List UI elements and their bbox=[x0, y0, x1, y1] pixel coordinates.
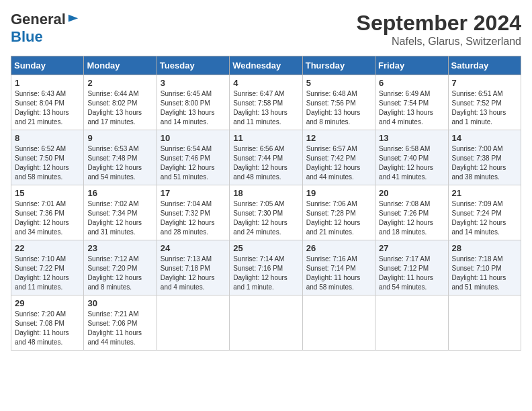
day-info: Sunrise: 6:53 AM Sunset: 7:48 PM Dayligh… bbox=[87, 144, 152, 182]
title-area: September 2024 Nafels, Glarus, Switzerla… bbox=[357, 11, 521, 48]
calendar-cell: 16Sunrise: 7:02 AM Sunset: 7:34 PM Dayli… bbox=[84, 185, 157, 240]
day-info: Sunrise: 6:51 AM Sunset: 7:52 PM Dayligh… bbox=[452, 89, 517, 127]
month-title: September 2024 bbox=[357, 11, 521, 36]
day-number: 29 bbox=[15, 298, 80, 308]
day-number: 22 bbox=[15, 243, 80, 253]
calendar-cell: 9Sunrise: 6:53 AM Sunset: 7:48 PM Daylig… bbox=[84, 130, 157, 185]
day-info: Sunrise: 7:01 AM Sunset: 7:36 PM Dayligh… bbox=[15, 199, 80, 237]
calendar-cell: 17Sunrise: 7:04 AM Sunset: 7:32 PM Dayli… bbox=[157, 185, 229, 240]
day-number: 26 bbox=[306, 243, 371, 253]
calendar-cell: 21Sunrise: 7:09 AM Sunset: 7:24 PM Dayli… bbox=[448, 185, 521, 240]
day-info: Sunrise: 7:21 AM Sunset: 7:06 PM Dayligh… bbox=[87, 310, 152, 347]
day-info: Sunrise: 7:09 AM Sunset: 7:24 PM Dayligh… bbox=[452, 199, 517, 237]
day-header-sunday: Sunday bbox=[11, 56, 84, 75]
location-title: Nafels, Glarus, Switzerland bbox=[357, 36, 521, 48]
calendar-cell: 19Sunrise: 7:06 AM Sunset: 7:28 PM Dayli… bbox=[302, 185, 375, 240]
day-info: Sunrise: 6:57 AM Sunset: 7:42 PM Dayligh… bbox=[306, 144, 371, 182]
calendar-cell: 12Sunrise: 6:57 AM Sunset: 7:42 PM Dayli… bbox=[302, 130, 375, 185]
day-info: Sunrise: 7:02 AM Sunset: 7:34 PM Dayligh… bbox=[87, 199, 152, 237]
day-number: 4 bbox=[233, 78, 298, 88]
calendar-cell bbox=[448, 295, 521, 351]
day-number: 2 bbox=[87, 78, 152, 88]
day-info: Sunrise: 7:20 AM Sunset: 7:08 PM Dayligh… bbox=[15, 310, 80, 347]
day-number: 12 bbox=[306, 133, 371, 143]
day-number: 25 bbox=[233, 243, 298, 253]
calendar-cell: 15Sunrise: 7:01 AM Sunset: 7:36 PM Dayli… bbox=[11, 185, 84, 240]
day-number: 10 bbox=[161, 133, 226, 143]
logo-flag-icon bbox=[67, 13, 79, 26]
day-number: 18 bbox=[233, 188, 298, 198]
calendar-cell: 11Sunrise: 6:56 AM Sunset: 7:44 PM Dayli… bbox=[230, 130, 302, 185]
day-info: Sunrise: 6:49 AM Sunset: 7:54 PM Dayligh… bbox=[379, 89, 444, 127]
day-number: 27 bbox=[379, 243, 444, 253]
logo: General Blue bbox=[11, 11, 79, 46]
day-number: 7 bbox=[452, 78, 517, 88]
day-header-saturday: Saturday bbox=[448, 56, 521, 75]
day-number: 14 bbox=[452, 133, 517, 143]
day-number: 6 bbox=[379, 78, 444, 88]
calendar-cell: 18Sunrise: 7:05 AM Sunset: 7:30 PM Dayli… bbox=[230, 185, 302, 240]
day-header-thursday: Thursday bbox=[302, 56, 375, 75]
day-number: 11 bbox=[233, 133, 298, 143]
day-number: 5 bbox=[306, 78, 371, 88]
day-info: Sunrise: 7:06 AM Sunset: 7:28 PM Dayligh… bbox=[306, 199, 371, 237]
calendar-cell: 5Sunrise: 6:48 AM Sunset: 7:56 PM Daylig… bbox=[302, 75, 375, 130]
day-number: 17 bbox=[161, 188, 226, 198]
day-info: Sunrise: 6:52 AM Sunset: 7:50 PM Dayligh… bbox=[15, 144, 80, 182]
calendar-cell: 30Sunrise: 7:21 AM Sunset: 7:06 PM Dayli… bbox=[84, 295, 157, 351]
day-info: Sunrise: 7:14 AM Sunset: 7:16 PM Dayligh… bbox=[233, 255, 298, 292]
day-number: 24 bbox=[161, 243, 226, 253]
calendar-cell: 24Sunrise: 7:13 AM Sunset: 7:18 PM Dayli… bbox=[157, 240, 229, 295]
header: General Blue September 2024 Nafels, Glar… bbox=[11, 11, 521, 48]
calendar-cell: 25Sunrise: 7:14 AM Sunset: 7:16 PM Dayli… bbox=[230, 240, 302, 295]
calendar-cell: 6Sunrise: 6:49 AM Sunset: 7:54 PM Daylig… bbox=[375, 75, 448, 130]
calendar-cell: 14Sunrise: 7:00 AM Sunset: 7:38 PM Dayli… bbox=[448, 130, 521, 185]
calendar-cell: 4Sunrise: 6:47 AM Sunset: 7:58 PM Daylig… bbox=[230, 75, 302, 130]
day-info: Sunrise: 7:08 AM Sunset: 7:26 PM Dayligh… bbox=[379, 199, 444, 237]
calendar-cell: 10Sunrise: 6:54 AM Sunset: 7:46 PM Dayli… bbox=[157, 130, 229, 185]
day-number: 8 bbox=[15, 133, 80, 143]
calendar-cell bbox=[157, 295, 229, 351]
day-info: Sunrise: 6:44 AM Sunset: 8:02 PM Dayligh… bbox=[87, 89, 152, 127]
calendar-cell: 13Sunrise: 6:58 AM Sunset: 7:40 PM Dayli… bbox=[375, 130, 448, 185]
day-info: Sunrise: 6:56 AM Sunset: 7:44 PM Dayligh… bbox=[233, 144, 298, 182]
calendar-cell bbox=[230, 295, 302, 351]
calendar-cell: 7Sunrise: 6:51 AM Sunset: 7:52 PM Daylig… bbox=[448, 75, 521, 130]
calendar-cell: 2Sunrise: 6:44 AM Sunset: 8:02 PM Daylig… bbox=[84, 75, 157, 130]
day-info: Sunrise: 6:43 AM Sunset: 8:04 PM Dayligh… bbox=[15, 89, 80, 127]
day-number: 16 bbox=[87, 188, 152, 198]
day-number: 30 bbox=[87, 298, 152, 308]
svg-marker-0 bbox=[69, 15, 78, 22]
logo-general-text: General bbox=[11, 11, 66, 28]
day-number: 23 bbox=[87, 243, 152, 253]
calendar-cell bbox=[375, 295, 448, 351]
calendar-cell: 28Sunrise: 7:18 AM Sunset: 7:10 PM Dayli… bbox=[448, 240, 521, 295]
calendar-cell: 27Sunrise: 7:17 AM Sunset: 7:12 PM Dayli… bbox=[375, 240, 448, 295]
calendar-cell: 26Sunrise: 7:16 AM Sunset: 7:14 PM Dayli… bbox=[302, 240, 375, 295]
day-info: Sunrise: 7:12 AM Sunset: 7:20 PM Dayligh… bbox=[87, 255, 152, 292]
day-info: Sunrise: 6:47 AM Sunset: 7:58 PM Dayligh… bbox=[233, 89, 298, 127]
day-number: 19 bbox=[306, 188, 371, 198]
day-number: 28 bbox=[452, 243, 517, 253]
calendar-cell: 8Sunrise: 6:52 AM Sunset: 7:50 PM Daylig… bbox=[11, 130, 84, 185]
day-number: 21 bbox=[452, 188, 517, 198]
day-info: Sunrise: 7:10 AM Sunset: 7:22 PM Dayligh… bbox=[15, 255, 80, 292]
day-number: 9 bbox=[87, 133, 152, 143]
calendar-cell: 29Sunrise: 7:20 AM Sunset: 7:08 PM Dayli… bbox=[11, 295, 84, 351]
day-info: Sunrise: 7:00 AM Sunset: 7:38 PM Dayligh… bbox=[452, 144, 517, 182]
day-info: Sunrise: 7:16 AM Sunset: 7:14 PM Dayligh… bbox=[306, 255, 371, 292]
day-info: Sunrise: 7:13 AM Sunset: 7:18 PM Dayligh… bbox=[161, 255, 226, 292]
calendar-cell: 3Sunrise: 6:45 AM Sunset: 8:00 PM Daylig… bbox=[157, 75, 229, 130]
logo-blue-text: Blue bbox=[11, 28, 43, 46]
day-number: 13 bbox=[379, 133, 444, 143]
day-header-wednesday: Wednesday bbox=[230, 56, 302, 75]
calendar-cell: 20Sunrise: 7:08 AM Sunset: 7:26 PM Dayli… bbox=[375, 185, 448, 240]
day-number: 3 bbox=[161, 78, 226, 88]
day-info: Sunrise: 7:04 AM Sunset: 7:32 PM Dayligh… bbox=[161, 199, 226, 237]
day-info: Sunrise: 6:58 AM Sunset: 7:40 PM Dayligh… bbox=[379, 144, 444, 182]
day-info: Sunrise: 7:18 AM Sunset: 7:10 PM Dayligh… bbox=[452, 255, 517, 292]
day-number: 15 bbox=[15, 188, 80, 198]
calendar-cell bbox=[302, 295, 375, 351]
day-number: 1 bbox=[15, 78, 80, 88]
calendar-cell: 23Sunrise: 7:12 AM Sunset: 7:20 PM Dayli… bbox=[84, 240, 157, 295]
